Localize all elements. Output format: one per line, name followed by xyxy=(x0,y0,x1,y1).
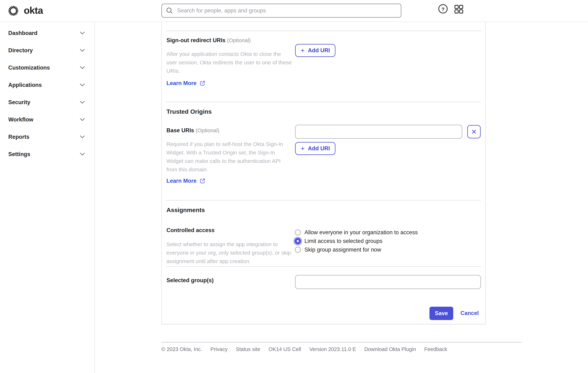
footer: © 2023 Okta, Inc. Privacy Status site OK… xyxy=(161,346,447,352)
radio-option-skip-assignment[interactable]: Skip group assignment for now xyxy=(295,245,418,254)
base-uris-label: Base URIs (Optional) xyxy=(167,127,220,134)
base-uri-input[interactable] xyxy=(295,125,462,139)
selected-groups-input[interactable] xyxy=(295,275,481,289)
sidebar-nav: Dashboard Directory Customizations Appli… xyxy=(0,22,95,373)
search-input[interactable] xyxy=(176,7,397,14)
plus-icon: + xyxy=(301,145,305,152)
sidebar-item-directory[interactable]: Directory xyxy=(0,42,94,59)
trusted-origins-learn-more-link[interactable]: Learn More xyxy=(167,178,206,184)
radio-button-icon xyxy=(295,238,301,244)
add-signout-uri-button[interactable]: + Add URI xyxy=(295,44,336,57)
chevron-down-icon xyxy=(80,101,85,104)
save-button[interactable]: Save xyxy=(430,307,453,320)
chevron-down-icon xyxy=(80,136,85,139)
controlled-access-label: Controlled access xyxy=(167,227,215,234)
help-button[interactable]: ? xyxy=(438,4,448,14)
section-divider xyxy=(166,200,481,201)
external-link-icon xyxy=(200,80,206,86)
global-search xyxy=(161,4,401,18)
section-divider xyxy=(166,31,481,31)
sidebar-item-settings[interactable]: Settings xyxy=(0,146,94,163)
okta-sunburst-icon xyxy=(8,5,19,17)
okta-logo[interactable]: okta xyxy=(8,5,43,17)
sidebar-item-applications[interactable]: Applications xyxy=(0,76,94,94)
radio-option-allow-everyone[interactable]: Allow everyone in your organization to a… xyxy=(295,228,418,237)
sidebar-item-customizations[interactable]: Customizations xyxy=(0,59,94,76)
sidebar-item-reports[interactable]: Reports xyxy=(0,128,94,146)
radio-option-limit-access[interactable]: Limit access to selected groups xyxy=(295,237,418,245)
selected-groups-label: Selected group(s) xyxy=(167,277,214,284)
section-divider xyxy=(166,266,481,267)
footer-link-privacy[interactable]: Privacy xyxy=(210,346,228,352)
section-divider xyxy=(166,102,481,102)
footer-divider xyxy=(161,342,521,342)
sidebar-item-dashboard[interactable]: Dashboard xyxy=(0,24,94,42)
footer-cell-label: OK14 US Cell xyxy=(269,346,301,352)
question-circle-icon: ? xyxy=(438,4,448,14)
signout-redirect-uris-description: After your application contacts Okta to … xyxy=(167,50,292,75)
assignments-heading: Assignments xyxy=(167,206,205,213)
chevron-down-icon xyxy=(80,32,85,35)
trusted-origins-heading: Trusted Origins xyxy=(167,108,212,115)
chevron-down-icon xyxy=(80,49,85,52)
base-uris-description: Required if you plan to self-host the Ok… xyxy=(167,140,292,174)
radio-button-icon xyxy=(295,229,301,235)
signout-redirect-uris-label: Sign-out redirect URIs (Optional) xyxy=(167,37,251,44)
brand-wordmark: okta xyxy=(24,5,43,17)
grid-icon xyxy=(454,5,463,14)
footer-link-download-okta-plugin[interactable]: Download Okta Plugin xyxy=(364,346,416,352)
controlled-access-description: Select whether to assign the app integra… xyxy=(167,240,292,266)
top-header: okta ? xyxy=(0,0,588,22)
chevron-down-icon xyxy=(80,66,85,69)
app-settings-form-panel: Sign-out redirect URIs (Optional) After … xyxy=(161,22,486,324)
remove-base-uri-button[interactable] xyxy=(467,125,481,139)
footer-copyright: © 2023 Okta, Inc. xyxy=(161,346,202,352)
chevron-down-icon xyxy=(80,84,85,86)
close-icon xyxy=(472,129,476,134)
cancel-button[interactable]: Cancel xyxy=(461,310,479,316)
plus-icon: + xyxy=(301,47,305,54)
footer-link-status-site[interactable]: Status site xyxy=(236,346,260,352)
sidebar-item-workflow[interactable]: Workflow xyxy=(0,111,94,128)
controlled-access-radio-group: Allow everyone in your organization to a… xyxy=(295,228,418,254)
external-link-icon xyxy=(200,178,206,184)
add-base-uri-button[interactable]: + Add URI xyxy=(295,142,336,155)
signout-learn-more-link[interactable]: Learn More xyxy=(167,80,206,86)
footer-version-label: Version 2023.11.0 E xyxy=(309,346,356,352)
chevron-down-icon xyxy=(80,153,85,156)
chevron-down-icon xyxy=(80,118,85,121)
svg-text:?: ? xyxy=(441,7,444,12)
apps-grid-button[interactable] xyxy=(454,4,464,14)
sidebar-item-security[interactable]: Security xyxy=(0,94,94,111)
footer-link-feedback[interactable]: Feedback xyxy=(424,346,447,352)
radio-button-icon xyxy=(295,247,301,253)
search-icon xyxy=(166,7,173,14)
